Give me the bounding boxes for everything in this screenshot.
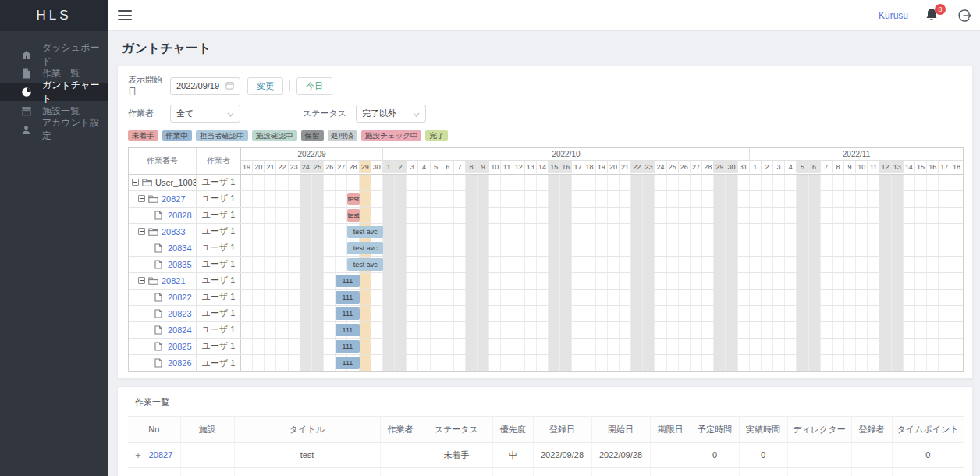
task-table-cell: 2022/09/28 xyxy=(591,442,650,467)
task-table-cell xyxy=(851,442,892,467)
gantt-day-label: 4 xyxy=(785,161,797,173)
task-table-column-header-12: 登録者 xyxy=(851,416,892,442)
task-table-cell xyxy=(380,442,421,467)
task-number-link[interactable]: 20825 xyxy=(168,342,192,351)
gantt-row: 20826ユーザ 1111 xyxy=(129,355,963,371)
task-table-column-header-7: 開始日 xyxy=(591,416,650,442)
task-table-body: +20827test未着手中2022/09/282022/09/28000+20… xyxy=(128,442,964,476)
gantt-header: 作業番号 作業者 2022/092022/102022/11 192021222… xyxy=(129,148,963,175)
gantt-day-label: 12 xyxy=(879,161,891,173)
task-number-link[interactable]: 20834 xyxy=(168,243,192,253)
gantt-table: 作業番号 作業者 2022/092022/102022/11 192021222… xyxy=(128,147,964,372)
hamburger-menu-icon[interactable] xyxy=(118,10,132,20)
gantt-day-label: 6 xyxy=(442,161,454,173)
status-select[interactable]: 完了以外 xyxy=(356,105,426,123)
tree-collapse-icon[interactable] xyxy=(138,277,145,284)
gantt-bar[interactable]: 111 xyxy=(336,340,359,353)
task-number-link[interactable]: 20828 xyxy=(168,211,192,220)
gantt-day-label: 7 xyxy=(821,161,833,173)
gantt-chart-cell: 111 xyxy=(241,355,963,371)
gantt-chart-cell: 111 xyxy=(241,306,963,321)
task-number-link[interactable]: 20835 xyxy=(168,260,192,269)
gantt-day-label: 31 xyxy=(738,161,750,173)
task-table-column-header-2: タイトル xyxy=(234,416,380,442)
sidebar-item-dashboard[interactable]: ダッシュボード xyxy=(0,45,108,64)
task-table-cell: 0 xyxy=(892,467,964,476)
gantt-bar[interactable]: test avc xyxy=(347,258,382,271)
tree-collapse-icon[interactable] xyxy=(138,228,145,235)
gantt-day-label: 5 xyxy=(431,161,442,173)
tree-collapse-icon[interactable] xyxy=(132,179,139,186)
gantt-bar[interactable]: 111 xyxy=(336,275,359,287)
gantt-bar[interactable]: 111 xyxy=(336,357,359,369)
user-name-link[interactable]: Kurusu xyxy=(879,10,908,21)
task-number-link[interactable]: 20833 xyxy=(162,227,186,236)
gantt-day-label: 14 xyxy=(904,161,915,173)
status-badge-working: 作業中 xyxy=(162,130,193,141)
gantt-bar[interactable]: 111 xyxy=(336,324,359,336)
gantt-day-label: 20 xyxy=(608,161,620,173)
sidebar-item-label: 作業一覧 xyxy=(42,67,80,80)
task-table-cell: 0 xyxy=(739,467,787,476)
task-number-link[interactable]: 20824 xyxy=(168,325,192,335)
gantt-chart-cell: test avc xyxy=(241,224,963,240)
gantt-row: User_10035ユーザ 1 xyxy=(129,175,963,191)
task-no-cell: +20827 xyxy=(128,450,180,460)
gantt-day-label: 7 xyxy=(454,161,466,173)
gantt-bar[interactable]: test avc xyxy=(347,226,382,238)
gantt-row: 20824ユーザ 1111 xyxy=(129,322,963,339)
gantt-day-label: 5 xyxy=(797,161,808,173)
gantt-day-label: 8 xyxy=(466,161,478,173)
file-icon xyxy=(154,358,165,368)
display-start-date-input[interactable]: 2022/09/19 xyxy=(170,77,240,95)
task-number-link[interactable]: 20827 xyxy=(162,194,186,204)
task-table-cell: 作業中 xyxy=(421,467,492,476)
home-icon xyxy=(21,49,32,60)
task-table-cell: 中 xyxy=(492,442,533,467)
chevron-down-icon xyxy=(227,109,234,119)
task-table-cell xyxy=(650,467,691,476)
status-legend: 未着手作業中担当者確認中施設確認中保留処理済施設チェック中完了 xyxy=(128,130,962,141)
task-table-cell: 2022/09/28 xyxy=(533,442,591,467)
gantt-task-number-cell: 20828 xyxy=(129,208,197,223)
gantt-day-label: 4 xyxy=(418,161,430,173)
gantt-bar[interactable]: 111 xyxy=(336,307,359,320)
gantt-task-number-cell: 20833 xyxy=(129,224,197,240)
task-number-link[interactable]: 20822 xyxy=(168,293,192,302)
main-content: ガントチャート 表示開始日 2022/09/19 変更 今日 作業者 全て xyxy=(108,31,980,476)
logout-icon[interactable] xyxy=(957,8,972,23)
sidebar-item-gantt[interactable]: ガントチャート xyxy=(0,83,108,101)
change-button[interactable]: 変更 xyxy=(247,77,283,95)
task-table-cell xyxy=(787,467,851,476)
file-icon xyxy=(154,309,165,318)
task-no-link[interactable]: 20827 xyxy=(149,450,173,460)
today-button[interactable]: 今日 xyxy=(296,77,332,95)
folder-icon xyxy=(148,194,159,203)
task-table-column-header-10: 実績時間 xyxy=(739,416,787,442)
notification-bell-icon[interactable]: 8 xyxy=(925,7,940,24)
task-number-link[interactable]: 20826 xyxy=(168,358,192,368)
gantt-bar[interactable]: test xyxy=(347,209,359,222)
task-list-title: 作業一覧 xyxy=(118,395,972,416)
worker-select[interactable]: 全て xyxy=(170,105,240,123)
task-number-link[interactable]: 20823 xyxy=(168,309,192,318)
gantt-day-label: 21 xyxy=(265,161,276,173)
folder-icon xyxy=(148,276,159,285)
gantt-worker-cell: ユーザ 1 xyxy=(197,224,241,240)
task-number-link[interactable]: 20821 xyxy=(162,276,186,286)
gantt-day-label: 22 xyxy=(276,161,288,173)
gantt-day-label: 24 xyxy=(655,161,666,173)
expand-row-icon[interactable]: + xyxy=(135,450,141,460)
gantt-day-label: 14 xyxy=(537,161,549,173)
task-table-column-header-3: 作業者 xyxy=(380,416,421,442)
tree-collapse-icon[interactable] xyxy=(138,195,145,202)
task-table-cell: +20816 xyxy=(128,467,180,476)
gantt-row: 20833ユーザ 1test avc xyxy=(129,224,963,240)
sidebar-item-account[interactable]: アカウント設定 xyxy=(0,120,108,139)
gantt-bar[interactable]: test avc xyxy=(347,242,382,254)
gantt-bar[interactable]: 111 xyxy=(336,291,359,304)
gantt-bar[interactable]: test xyxy=(347,193,359,205)
task-table-column-header-13: タイムポイント xyxy=(892,416,964,442)
gantt-day-label: 25 xyxy=(312,161,324,173)
task-list-table: No施設タイトル作業者ステータス優先度登録日開始日期限日予定時間実績時間ディレク… xyxy=(128,416,964,476)
